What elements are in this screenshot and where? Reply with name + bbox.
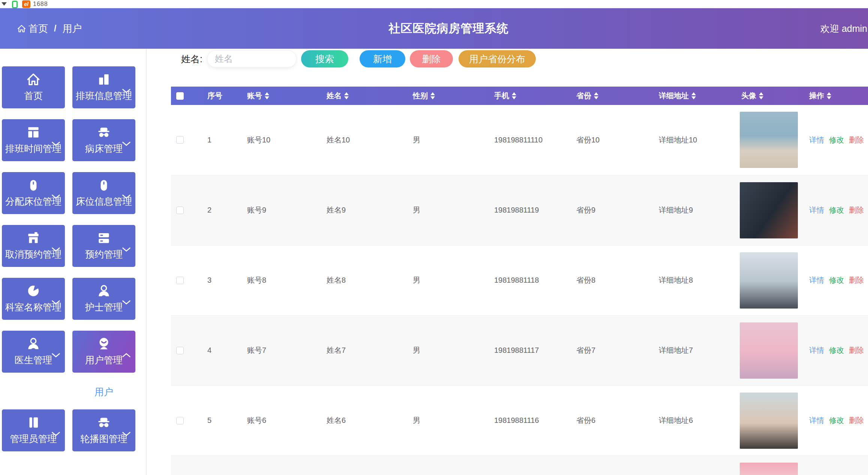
sort-caret-icon[interactable] xyxy=(594,92,598,99)
delete-link[interactable]: 删除 xyxy=(849,416,864,424)
delete-link[interactable]: 删除 xyxy=(849,276,864,284)
mouse-icon xyxy=(96,177,112,193)
detail-link[interactable]: 详情 xyxy=(809,346,824,354)
cell-account: 账号8 xyxy=(243,245,323,315)
sidebar-item-user-management[interactable]: 用户管理 xyxy=(72,331,135,373)
column-header-gender[interactable]: 性别 xyxy=(413,91,428,101)
name-field-label: 姓名: xyxy=(181,53,202,65)
sidebar-item-assign-bed[interactable]: 分配床位管理 xyxy=(2,172,65,214)
name-search-input[interactable] xyxy=(207,50,297,67)
cell-index xyxy=(204,456,243,475)
cell-account: 账号6 xyxy=(243,385,323,456)
sidebar-item-label: 护士管理 xyxy=(85,301,123,313)
page-title: 社区医院病房管理系统 xyxy=(389,8,509,49)
cell-address xyxy=(655,456,738,475)
cell-province xyxy=(573,456,655,475)
sort-caret-icon[interactable] xyxy=(430,92,435,99)
cell-phone: 19819881116 xyxy=(490,385,573,456)
cell-address: 详细地址7 xyxy=(655,315,738,385)
avatar-image xyxy=(740,182,798,238)
chevron-down-icon xyxy=(51,431,60,438)
table-header-row: 序号 账号 姓名 性别 手机 省份 详细地址 头像 操作 xyxy=(171,87,868,105)
sidebar-item-booking[interactable]: 预约管理 xyxy=(72,225,135,267)
sidebar-item-carousel[interactable]: 轮播图管理 xyxy=(72,409,135,451)
delete-link[interactable]: 删除 xyxy=(849,136,864,144)
select-all-checkbox[interactable] xyxy=(176,92,184,100)
column-header-account[interactable]: 账号 xyxy=(247,91,262,101)
edit-link[interactable]: 修改 xyxy=(829,416,844,424)
sidebar: 首页 排班信息管理 xyxy=(0,49,147,475)
cell-province: 省份9 xyxy=(573,175,655,245)
row-checkbox[interactable] xyxy=(176,347,184,354)
cell-name: 姓名10 xyxy=(323,105,409,175)
delete-button[interactable]: 删除 xyxy=(410,50,453,67)
avatar-image xyxy=(740,252,798,309)
edit-link[interactable]: 修改 xyxy=(829,346,844,354)
detail-link[interactable]: 详情 xyxy=(809,276,824,284)
breadcrumb-current[interactable]: 用户 xyxy=(62,22,82,35)
column-header-avatar[interactable]: 头像 xyxy=(741,91,756,101)
person-icon xyxy=(25,336,41,352)
home-icon xyxy=(16,24,27,34)
chevron-down-icon xyxy=(51,300,60,306)
column-header-phone[interactable]: 手机 xyxy=(494,91,509,101)
breadcrumb: 首页 / 用户 xyxy=(16,8,82,49)
sort-caret-icon[interactable] xyxy=(691,92,696,99)
sidebar-item-schedule-time[interactable]: 排班时间管理 xyxy=(2,119,65,161)
sidebar-item-doctor[interactable]: 医生管理 xyxy=(2,331,65,373)
sidebar-item-schedule-info[interactable]: 排班信息管理 xyxy=(72,66,135,108)
cell-account: 账号7 xyxy=(243,315,323,385)
cell-province: 省份10 xyxy=(573,105,655,175)
search-button[interactable]: 搜索 xyxy=(301,50,348,67)
sort-caret-icon[interactable] xyxy=(827,92,831,99)
column-header-province[interactable]: 省份 xyxy=(576,91,591,101)
detail-link[interactable]: 详情 xyxy=(809,416,824,424)
sort-caret-icon[interactable] xyxy=(344,92,349,99)
row-checkbox[interactable] xyxy=(176,417,184,424)
sort-caret-icon[interactable] xyxy=(265,92,269,99)
breadcrumb-home[interactable]: 首页 xyxy=(28,22,48,35)
sort-caret-icon[interactable] xyxy=(759,92,763,99)
row-checkbox[interactable] xyxy=(176,136,184,144)
table-row: 4 账号7 姓名7 男 19819881117 省份7 详细地址7 详情修改删除 xyxy=(171,315,868,385)
sidebar-item-sickbed[interactable]: 病床管理 xyxy=(72,119,135,161)
submenu-item-user[interactable]: 用户 xyxy=(72,384,135,400)
bookmark-label[interactable]: 1688 xyxy=(33,1,48,7)
sidebar-item-cancel-booking[interactable]: 取消预约管理 xyxy=(2,225,65,267)
row-checkbox[interactable] xyxy=(176,207,184,214)
chevron-down-icon xyxy=(51,247,60,253)
edit-link[interactable]: 修改 xyxy=(829,276,844,284)
cell-address: 详细地址9 xyxy=(655,175,738,245)
delete-link[interactable]: 删除 xyxy=(849,346,864,354)
cell-phone xyxy=(490,456,573,475)
caret-down-icon[interactable] xyxy=(1,2,7,6)
row-checkbox[interactable] xyxy=(176,277,184,284)
province-distribution-button[interactable]: 用户省份分布 xyxy=(459,50,536,67)
detail-link[interactable]: 详情 xyxy=(809,136,824,144)
add-button[interactable]: 新增 xyxy=(360,50,405,67)
sidebar-item-label: 病床管理 xyxy=(85,142,123,155)
sidebar-item-nurse[interactable]: 护士管理 xyxy=(72,278,135,320)
sort-caret-icon[interactable] xyxy=(512,92,516,99)
edit-link[interactable]: 修改 xyxy=(829,206,844,214)
webcam-person-icon xyxy=(96,336,112,352)
cell-name: 姓名9 xyxy=(323,175,409,245)
sidebar-item-home[interactable]: 首页 xyxy=(2,66,65,108)
avatar-image xyxy=(740,393,798,449)
sidebar-item-admin[interactable]: 管理员管理 xyxy=(2,409,65,451)
phone-icon[interactable] xyxy=(12,1,18,8)
cell-index: 5 xyxy=(204,385,243,456)
edit-link[interactable]: 修改 xyxy=(829,136,844,144)
column-header-index[interactable]: 序号 xyxy=(207,91,222,101)
search-toolbar: 姓名: 搜索 新增 删除 用户省份分布 xyxy=(147,50,868,68)
column-header-name[interactable]: 姓名 xyxy=(327,91,342,101)
sidebar-item-bed-info[interactable]: 床位信息管理 xyxy=(72,172,135,214)
sidebar-item-department[interactable]: 科室名称管理 xyxy=(2,278,65,320)
column-header-actions[interactable]: 操作 xyxy=(809,91,824,101)
alibaba-favicon[interactable]: el xyxy=(22,0,30,8)
column-header-address[interactable]: 详细地址 xyxy=(659,91,689,101)
delete-link[interactable]: 删除 xyxy=(849,206,864,214)
cell-index: 3 xyxy=(204,245,243,315)
cell-gender xyxy=(409,456,490,475)
detail-link[interactable]: 详情 xyxy=(809,206,824,214)
